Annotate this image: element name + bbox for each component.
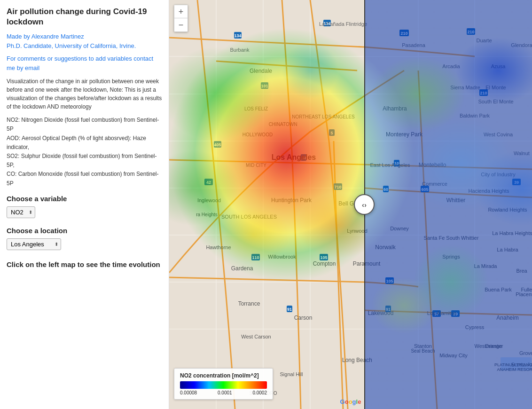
sidebar: Air pollution change during Covid-19 loc…	[0, 0, 169, 409]
svg-text:210: 210	[400, 31, 407, 36]
svg-text:NORTHEAST LOS ANGELES: NORTHEAST LOS ANGELES	[292, 114, 355, 119]
map-slider-handle[interactable]: ‹›	[354, 194, 375, 215]
svg-text:La Habra: La Habra	[497, 247, 518, 252]
svg-text:HOLLYWOOD: HOLLYWOOD	[243, 132, 273, 137]
location-select[interactable]: Los AngelesNew YorkSan FranciscoChicago	[7, 238, 61, 250]
svg-text:405: 405	[214, 142, 221, 147]
map-background: 210 134 101 10 10 5 405 710 60 605 42 11…	[169, 0, 532, 409]
map-container[interactable]: 210 134 101 10 10 5 405 710 60 605 42 11…	[169, 0, 532, 409]
svg-text:Sierra Madre: Sierra Madre	[450, 85, 480, 90]
svg-text:Anaheim: Anaheim	[496, 315, 518, 321]
svg-text:Gardena: Gardena	[231, 265, 253, 272]
legend-label-min: 0.00008	[180, 390, 197, 395]
google-logo-text: G	[340, 398, 345, 405]
svg-text:Paramount: Paramount	[353, 260, 381, 267]
svg-text:210: 210	[480, 91, 487, 95]
svg-text:Seal Beach: Seal Beach	[411, 348, 435, 354]
svg-text:Springs: Springs	[442, 254, 460, 260]
svg-text:Glendora: Glendora	[511, 42, 532, 48]
svg-text:110: 110	[252, 255, 259, 260]
legend-title: NO2 concentration [mol/m^2]	[180, 372, 267, 379]
svg-text:LOS FELIZ: LOS FELIZ	[244, 106, 268, 111]
svg-text:Arcadia: Arcadia	[442, 63, 460, 69]
legend-label-mid: 0.0001	[218, 390, 232, 395]
contact-link[interactable]: For comments or suggestions to add varia…	[7, 54, 162, 72]
svg-text:605: 605	[421, 187, 428, 192]
svg-text:CHINATOWN: CHINATOWN	[269, 122, 297, 127]
svg-text:Compton: Compton	[313, 260, 336, 267]
svg-text:La Mirada: La Mirada	[474, 263, 498, 269]
slider-icon: ‹›	[362, 201, 367, 209]
svg-text:60: 60	[383, 187, 388, 192]
svg-text:710: 710	[334, 185, 341, 189]
svg-text:La Cañada Flintridge: La Cañada Flintridge	[319, 21, 367, 27]
page-title: Air pollution change during Covid-19 loc…	[7, 7, 162, 27]
svg-text:Inglewood: Inglewood	[197, 197, 221, 203]
variables-description: NO2: Nitrogen Dioxide (fossil fuel combu…	[7, 116, 162, 188]
svg-text:105: 105	[320, 255, 327, 260]
author-name-link[interactable]: Made by Alexandre Martinez	[7, 32, 162, 41]
variable-so2: SO2: Sulphur Dioxide (fossil fuel combus…	[7, 153, 156, 168]
svg-text:210: 210	[467, 30, 474, 34]
svg-text:Glendale: Glendale	[250, 68, 272, 74]
svg-text:Fullerton: Fullerton	[521, 287, 532, 292]
svg-text:Pasadena: Pasadena	[402, 42, 425, 48]
variable-dropdown-wrapper: NO2AODSO2CO ⬍	[7, 206, 35, 218]
svg-text:Alhambra: Alhambra	[383, 105, 407, 112]
choose-variable-label: Choose a variable	[7, 195, 162, 203]
svg-text:Monterey Park: Monterey Park	[386, 131, 423, 138]
zoom-out-button[interactable]: −	[174, 18, 188, 31]
legend-colorbar	[180, 381, 267, 389]
svg-text:Torrance: Torrance	[238, 300, 260, 307]
svg-text:42: 42	[206, 180, 211, 185]
svg-text:105: 105	[386, 279, 393, 283]
svg-text:Los Alamitos: Los Alamitos	[427, 310, 457, 316]
zoom-in-button[interactable]: +	[174, 5, 188, 18]
svg-text:El Monte: El Monte	[485, 85, 506, 90]
variable-aod: AOD: Aerosol Optical Depth (% of light a…	[7, 135, 146, 150]
legend-label-max: 0.0002	[252, 390, 267, 395]
svg-text:Brea: Brea	[516, 268, 527, 274]
svg-text:Azusa: Azusa	[491, 63, 506, 69]
svg-text:Hawthorne: Hawthorne	[206, 244, 231, 250]
zoom-controls: + −	[174, 5, 188, 32]
svg-text:Baldwin Park: Baldwin Park	[460, 113, 490, 118]
variable-co: CO: Carbon Monoxide (fossil fuel combust…	[7, 171, 158, 186]
svg-text:Grove: Grove	[519, 350, 532, 356]
legend-labels: 0.00008 0.0001 0.0002	[180, 390, 267, 395]
svg-text:5: 5	[330, 131, 333, 135]
svg-text:Long Beach: Long Beach	[342, 357, 372, 363]
svg-text:ra Heights: ra Heights	[196, 212, 218, 217]
svg-text:Santa Fe South Whittier: Santa Fe South Whittier	[424, 235, 479, 241]
svg-text:Norwalk: Norwalk	[375, 244, 396, 251]
variable-select[interactable]: NO2AODSO2CO	[7, 206, 35, 218]
svg-text:39: 39	[514, 180, 519, 185]
svg-text:91: 91	[287, 307, 292, 312]
svg-text:Buena Park: Buena Park	[485, 287, 512, 292]
svg-text:West Covina: West Covina	[484, 132, 513, 137]
svg-text:Carson: Carson	[294, 315, 313, 321]
svg-text:Commerce: Commerce	[422, 181, 447, 187]
svg-text:Cypress: Cypress	[465, 324, 485, 330]
svg-text:Midway City: Midway City	[439, 353, 468, 358]
svg-text:PLATINUM TRIANGLE: PLATINUM TRIANGLE	[494, 362, 532, 367]
svg-text:ANAHEIM RESORT: ANAHEIM RESORT	[497, 367, 532, 372]
svg-text:Lakewood: Lakewood	[368, 310, 394, 316]
svg-text:Burbank: Burbank	[230, 47, 250, 53]
svg-text:Hacienda Heights: Hacienda Heights	[469, 188, 509, 194]
svg-text:South El Monte: South El Monte	[478, 99, 513, 104]
svg-text:Rowland Heights: Rowland Heights	[488, 207, 527, 212]
svg-text:Westminster: Westminster	[475, 343, 503, 349]
svg-text:SOUTH LOS ANGELES: SOUTH LOS ANGELES	[221, 214, 277, 220]
svg-text:Duarte: Duarte	[476, 38, 492, 43]
description-text: Visualization of the change in air pollu…	[7, 77, 162, 111]
svg-text:Downey: Downey	[390, 226, 409, 231]
svg-text:Montebello: Montebello	[419, 162, 446, 168]
svg-text:Walnut: Walnut	[514, 150, 530, 156]
svg-text:East Los Angeles: East Los Angeles	[370, 162, 410, 168]
choose-location-label: Choose a location	[7, 227, 162, 235]
svg-text:MID CITY: MID CITY	[246, 163, 266, 168]
author-title-link[interactable]: Ph.D. Candidate, University of Californi…	[7, 41, 162, 51]
legend: NO2 concentration [mol/m^2] 0.00008 0.00…	[174, 368, 273, 400]
google-logo: Google	[340, 398, 361, 405]
